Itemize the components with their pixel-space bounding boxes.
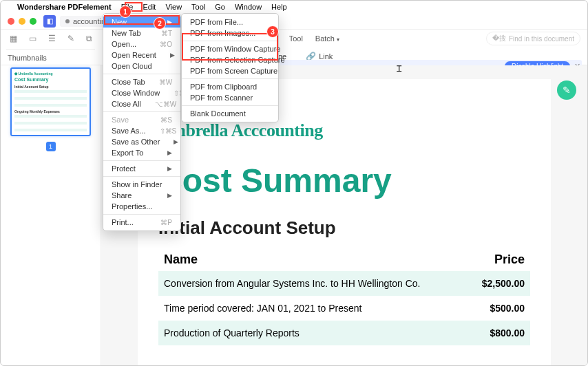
sidebar-title: Thumbnails bbox=[8, 54, 94, 62]
menu-item-share[interactable]: Share▶ bbox=[103, 190, 180, 201]
menu-item-pdf-from-window[interactable]: PDF from Window Capture bbox=[182, 43, 278, 54]
maximize-window-icon[interactable] bbox=[30, 18, 36, 25]
table-row: Conversion from Angular Systems Inc. to … bbox=[158, 271, 530, 296]
main-area: ▦ ▭ ☰ ✎ ⧉ Thumbnails ⬟ Umbrella Accounti… bbox=[1, 65, 587, 365]
menu-item-pdf-from-screen[interactable]: PDF from Screen Capture bbox=[182, 65, 278, 76]
floating-action-icon[interactable]: ✎ bbox=[557, 80, 576, 100]
menu-item-open-cloud[interactable]: Open Cloud bbox=[103, 61, 180, 72]
menu-item-save[interactable]: Save⌘S bbox=[103, 114, 180, 125]
menu-item-pdf-from-clipboard[interactable]: PDF from Clipboard bbox=[182, 81, 278, 92]
close-window-icon[interactable] bbox=[8, 18, 14, 25]
page-number-badge[interactable]: 1 bbox=[46, 142, 56, 151]
th-price: Price bbox=[468, 248, 530, 271]
menu-item-print[interactable]: Print...⌘P bbox=[103, 217, 180, 228]
new-submenu: PDF from File... PDF from Images... PDF … bbox=[181, 13, 279, 122]
minimize-window-icon[interactable] bbox=[19, 18, 25, 25]
bookmark-icon[interactable]: ▭ bbox=[29, 34, 36, 43]
menu-go[interactable]: Go bbox=[215, 3, 225, 11]
menu-item-show-finder[interactable]: Show in Finder bbox=[103, 179, 180, 190]
outline-icon[interactable]: ☰ bbox=[48, 34, 56, 43]
menu-item-close-tab[interactable]: Close Tab⌘W bbox=[103, 76, 180, 87]
search-placeholder: Find in this document bbox=[509, 35, 574, 43]
menu-item-open[interactable]: Open...⌘O bbox=[103, 39, 180, 50]
app-name[interactable]: Wondershare PDFelement bbox=[17, 3, 112, 11]
menu-item-new-tab[interactable]: New Tab⌘T bbox=[103, 28, 180, 39]
sidebar-tools: ▦ ▭ ☰ ✎ ⧉ bbox=[6, 30, 95, 50]
submenu-arrow-icon: ▶ bbox=[167, 19, 172, 25]
menu-item-new[interactable]: New▶ bbox=[103, 17, 180, 28]
menu-tool[interactable]: Tool bbox=[191, 3, 205, 11]
traffic-lights bbox=[8, 18, 36, 25]
doc-brand: Umbrella Acccounting bbox=[158, 120, 530, 141]
tab-tool[interactable]: Tool bbox=[289, 34, 303, 43]
home-icon[interactable]: ◧ bbox=[43, 15, 56, 28]
tab-batch[interactable]: Batch ▾ bbox=[315, 34, 339, 43]
sidebar: ▦ ▭ ☰ ✎ ⧉ Thumbnails ⬟ Umbrella Accounti… bbox=[1, 65, 101, 365]
search-input[interactable]: �搜 Find in this document bbox=[486, 32, 580, 45]
menu-item-blank-document[interactable]: Blank Document bbox=[182, 108, 278, 119]
table-row: Time period covered: JAN 01, 2021 to Pre… bbox=[158, 296, 530, 321]
page-thumbnail[interactable]: ⬟ Umbrella Accounting Cost Summary Initi… bbox=[10, 67, 91, 136]
callout-3: 3 bbox=[266, 25, 279, 38]
menu-item-properties[interactable]: Properties... bbox=[103, 201, 180, 212]
menu-item-pdf-from-file[interactable]: PDF from File... bbox=[182, 17, 278, 28]
annotations-icon[interactable]: ✎ bbox=[67, 34, 74, 43]
menu-window[interactable]: Window bbox=[235, 3, 262, 11]
menu-edit[interactable]: Edit bbox=[143, 3, 156, 11]
menu-item-close-all[interactable]: Close All⌥⌘W bbox=[103, 98, 180, 109]
menu-item-export[interactable]: Export To▶ bbox=[103, 147, 180, 158]
text-cursor-icon: Ꮖ bbox=[397, 64, 402, 74]
menu-view[interactable]: View bbox=[165, 3, 182, 11]
menu-item-protect[interactable]: Protect▶ bbox=[103, 163, 180, 174]
menu-item-pdf-from-images[interactable]: PDF from Images... bbox=[182, 28, 278, 39]
menu-item-save-as[interactable]: Save As...⇧⌘S bbox=[103, 125, 180, 136]
attachments-icon[interactable]: ⧉ bbox=[86, 34, 92, 43]
menu-help[interactable]: Help bbox=[271, 3, 287, 11]
thumbnail-view-icon[interactable]: ▦ bbox=[10, 34, 17, 43]
menu-item-pdf-from-scanner[interactable]: PDF from Scanner bbox=[182, 92, 278, 103]
doc-title: Cost Summary bbox=[158, 162, 530, 200]
menu-item-open-recent[interactable]: Open Recent▶ bbox=[103, 50, 180, 61]
table-row: Production of Quarterly Reports $800.00 bbox=[158, 321, 530, 345]
titlebar: ◧ accounting-sign_Opti bbox=[1, 13, 587, 30]
callout-2: 2 bbox=[154, 17, 166, 30]
menu-item-close-window[interactable]: Close Window⇧⌘W bbox=[103, 87, 180, 98]
menu-item-save-other[interactable]: Save as Other▶ bbox=[103, 136, 180, 147]
doc-section: Initial Account Setup bbox=[158, 217, 530, 239]
tab-dot-icon bbox=[65, 19, 70, 23]
th-name: Name bbox=[158, 248, 468, 271]
search-icon: �搜 bbox=[492, 34, 506, 43]
menu-item-pdf-from-selection[interactable]: PDF from Selection Capture bbox=[182, 54, 278, 65]
file-dropdown-menu: New▶ New Tab⌘T Open...⌘O Open Recent▶ Op… bbox=[103, 13, 181, 231]
callout-1: 1 bbox=[119, 6, 132, 18]
mac-menubar: Wondershare PDFelement File Edit View To… bbox=[1, 1, 587, 13]
cost-table: Name Price Conversion from Angular Syste… bbox=[158, 248, 530, 345]
